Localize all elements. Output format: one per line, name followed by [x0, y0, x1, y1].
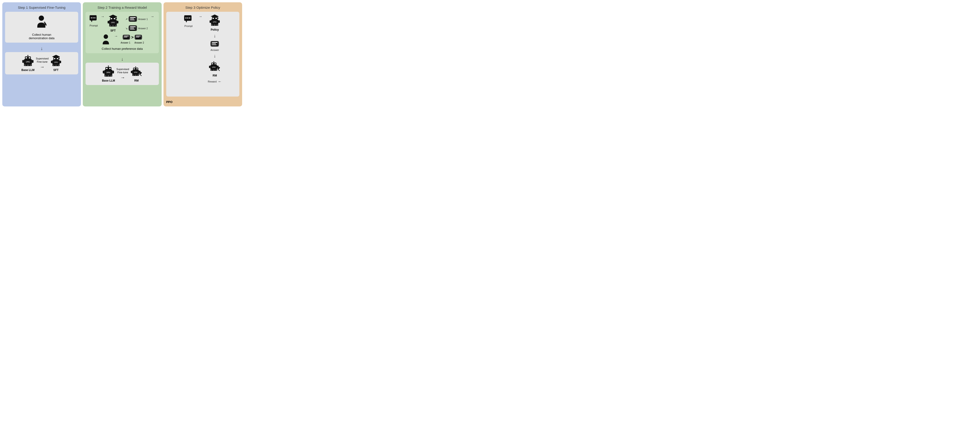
svg-rect-8 [25, 57, 27, 58]
svg-rect-57 [130, 27, 135, 27]
svg-rect-65 [124, 37, 127, 37]
svg-rect-25 [51, 60, 52, 63]
collect-demo-label: Collect human demonstration data [29, 33, 54, 40]
sft-robot: SFT [50, 55, 62, 71]
step3-policy-label: Policy [211, 28, 219, 31]
compare-row: > [123, 34, 143, 41]
svg-rect-11 [22, 60, 24, 63]
step2-base-llm-robot: Base LLM [102, 65, 115, 82]
step3-rm-robot: RM [209, 60, 221, 77]
svg-point-7 [27, 55, 29, 56]
svg-rect-69 [136, 36, 141, 37]
svg-rect-91 [136, 68, 138, 69]
svg-point-67 [129, 35, 130, 40]
svg-point-96 [133, 75, 134, 76]
compare-labels: Answer 1 Answer 2 [121, 41, 144, 44]
svg-point-16 [30, 65, 31, 66]
answer1-label: Answer 1 [138, 18, 148, 21]
step1-lower-box: Base LLM Supervised Fine-tune → [5, 52, 78, 75]
svg-point-60 [129, 25, 130, 31]
svg-rect-92 [134, 71, 138, 73]
step3-arrow-prompt-policy: → [199, 14, 202, 19]
svg-rect-44 [108, 21, 109, 24]
svg-rect-23 [57, 58, 58, 59]
svg-rect-41 [111, 18, 112, 19]
svg-point-49 [115, 25, 116, 26]
svg-point-103 [188, 17, 189, 19]
svg-rect-43 [111, 22, 115, 24]
svg-point-54 [129, 16, 130, 22]
svg-rect-113 [213, 21, 217, 23]
svg-point-47 [110, 25, 111, 26]
step3-policy-robot: Policy [209, 14, 221, 31]
svg-rect-80 [103, 71, 105, 73]
svg-rect-42 [114, 18, 115, 19]
svg-rect-93 [131, 71, 132, 73]
svg-rect-12 [32, 60, 33, 63]
step2-prompt-col: Prompt [89, 14, 98, 27]
compare-answer2-label: Answer 2 [134, 41, 144, 44]
svg-point-85 [111, 75, 112, 76]
arrow-prompt-sft: → [101, 14, 105, 19]
arrow-person-compare: → [114, 34, 118, 38]
step2-title: Step 2 Training a Reward Model [97, 6, 147, 10]
step2-finetune-label-col: Supervised Fine-tune → [116, 68, 129, 80]
svg-point-55 [135, 16, 137, 22]
svg-rect-123 [212, 45, 217, 45]
svg-rect-90 [134, 68, 135, 69]
step3-answer-label: Answer [210, 49, 219, 51]
svg-point-125 [218, 41, 219, 46]
svg-rect-78 [109, 68, 111, 69]
svg-point-14 [24, 65, 25, 66]
svg-rect-59 [130, 29, 135, 30]
step2-upper-box: Prompt → [86, 12, 159, 53]
svg-point-71 [135, 35, 136, 40]
compare-answer1-label: Answer 1 [121, 41, 130, 44]
sft-label-step2: SFT [110, 29, 116, 32]
svg-point-0 [39, 16, 44, 21]
svg-point-28 [53, 65, 54, 66]
svg-point-29 [55, 65, 56, 66]
svg-rect-122 [212, 43, 216, 44]
step3-ppo-label: PPO [166, 100, 172, 104]
svg-point-62 [104, 34, 108, 39]
svg-point-136 [211, 70, 212, 70]
step3-main-row: Prompt → [169, 14, 237, 84]
svg-point-34 [94, 17, 95, 18]
step2-rm-robot: RM [130, 65, 143, 82]
arrow-to-person: → [151, 14, 154, 19]
step2-lower-box: Base LLM Supervised Fine-tune → [86, 63, 159, 85]
step3-rm-label: RM [213, 74, 217, 77]
svg-point-83 [105, 75, 106, 76]
step1-panel: Step 1 Supervised Fine-Tuning Collect hu… [2, 2, 81, 106]
svg-rect-121 [212, 42, 218, 43]
svg-rect-24 [54, 61, 58, 63]
finetune-arrow-col: Supervised Fine-tune → [36, 57, 48, 70]
step3-arrow-down-2: ↓ [213, 53, 216, 59]
step2-sft-robot-col: SFT [107, 14, 119, 32]
step1-title: Step 1 Supervised Fine-Tuning [18, 6, 65, 10]
step2-finetune-label: Supervised Fine-tune [116, 68, 129, 74]
svg-point-84 [108, 75, 109, 76]
svg-point-137 [213, 70, 214, 70]
step3-left-col: Prompt [184, 14, 193, 27]
step3-reward-row: Reward ← [208, 79, 221, 84]
svg-point-15 [27, 65, 29, 66]
step3-answer-col: Answer [210, 40, 219, 51]
arrow-answer2: ↘ [121, 27, 127, 30]
svg-rect-79 [106, 71, 111, 73]
step2-base-llm-label: Base LLM [102, 79, 115, 82]
person-pencil-icon [33, 14, 50, 31]
arrow-answer1: ↗ [121, 18, 127, 21]
svg-point-89 [135, 67, 136, 67]
compare-col: > Answer 1 Answer 2 [121, 34, 144, 44]
svg-point-76 [108, 65, 109, 67]
step2-finetune-row: Base LLM Supervised Fine-tune → [102, 65, 143, 82]
step2-preference-row: Prompt → [88, 14, 156, 45]
step2-panel: Step 2 Training a Reward Model Prompt → [83, 2, 161, 106]
svg-rect-112 [215, 18, 217, 19]
svg-point-138 [216, 70, 217, 70]
step3-arrow-down-1: ↓ [213, 33, 216, 38]
svg-point-19 [59, 58, 60, 59]
base-llm-robot: Base LLM [21, 55, 35, 71]
